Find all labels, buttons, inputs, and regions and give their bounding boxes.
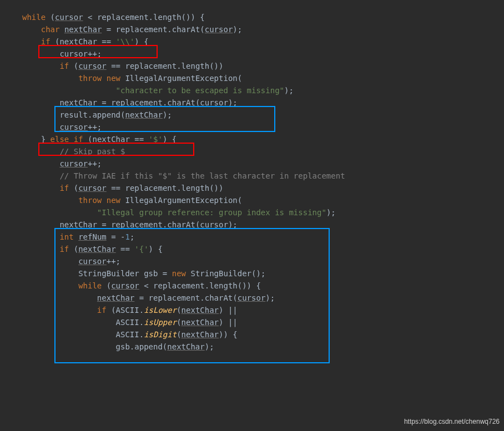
code-line: "character to be escaped is missing"); [22, 86, 294, 95]
code-line: // Throw IAE if this "$" is the last cha… [22, 171, 345, 180]
code-line: char nextChar = replacement.charAt(curso… [22, 25, 242, 34]
code-line: StringBuilder gsb = new StringBuilder(); [22, 269, 265, 278]
code-line: ASCII.isUpper(nextChar) || [22, 318, 238, 327]
code-line: gsb.append(nextChar); [22, 342, 214, 351]
code-line: int refNum = -1; [22, 232, 134, 241]
code-line: if (cursor == replacement.length()) [22, 184, 223, 192]
code-line: if (nextChar == '\\') { [22, 37, 149, 46]
code-line: "Illegal group reference: group index is… [22, 208, 336, 217]
code-line: if (nextChar == '{') { [22, 245, 163, 253]
code-line: nextChar = replacement.charAt(cursor); [22, 220, 238, 229]
code-line: nextChar = replacement.charAt(cursor); [22, 293, 275, 302]
code-line: result.append(nextChar); [22, 110, 172, 119]
code-block: while (cursor < replacement.length()) { … [22, 11, 493, 353]
code-line: if (ASCII.isLower(nextChar) || [22, 306, 238, 315]
code-line: while (cursor < replacement.length()) { [22, 13, 205, 22]
code-line: throw new IllegalArgumentException( [22, 196, 242, 205]
code-line: if (cursor == replacement.length()) [22, 62, 223, 70]
code-line: while (cursor < replacement.length()) { [22, 281, 261, 290]
code-line: cursor++; [22, 257, 120, 266]
code-line: ASCII.isDigit(nextChar)) { [22, 330, 238, 339]
code-line: cursor++; [22, 49, 102, 58]
code-line: } else if (nextChar == '$') { [22, 135, 177, 144]
code-line: cursor++; [22, 123, 102, 131]
code-line: // Skip past $ [22, 147, 125, 156]
watermark-text: https://blog.csdn.net/chenwq726 [404, 415, 500, 428]
code-line: throw new IllegalArgumentException( [22, 74, 242, 83]
code-line: cursor++; [22, 159, 102, 168]
code-line: nextChar = replacement.charAt(cursor); [22, 98, 238, 107]
